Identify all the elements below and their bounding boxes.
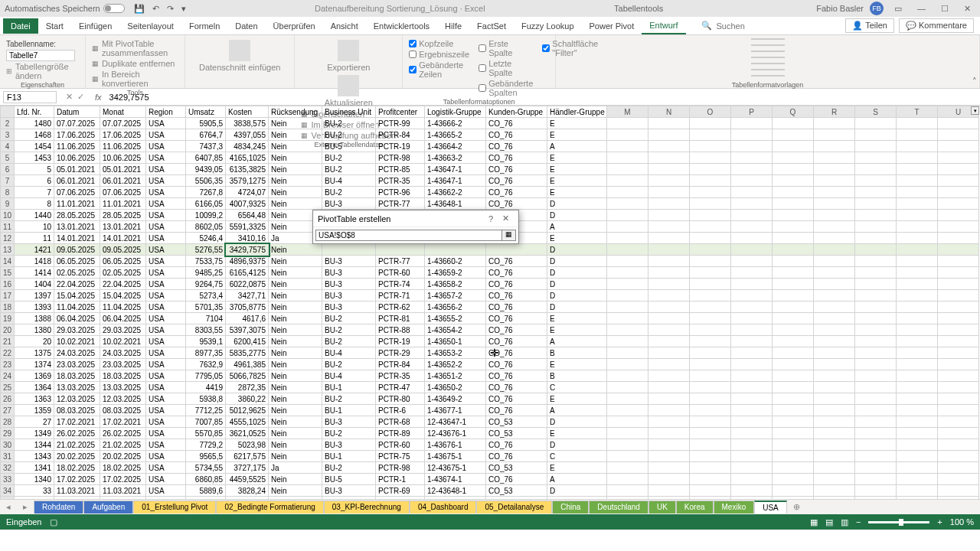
- cell[interactable]: PCTR-84: [376, 129, 425, 141]
- tab-help[interactable]: Hilfe: [437, 18, 469, 34]
- cell[interactable]: 3579,1275: [226, 175, 269, 187]
- cell[interactable]: [938, 221, 979, 233]
- cell[interactable]: 09.05.2025: [100, 244, 146, 256]
- cell[interactable]: 7104: [186, 313, 226, 324]
- col-letter[interactable]: M: [607, 106, 648, 118]
- cell[interactable]: USA: [146, 336, 186, 347]
- cell[interactable]: [938, 485, 979, 497]
- dialog-range-input[interactable]: [315, 230, 502, 241]
- refresh-button[interactable]: Aktualisieren: [301, 73, 396, 109]
- cell[interactable]: BU-2: [322, 497, 376, 500]
- cell[interactable]: 13.03.2025: [54, 382, 100, 393]
- cell[interactable]: [690, 175, 731, 187]
- cell[interactable]: [897, 279, 938, 290]
- cell[interactable]: 12-43674-1: [425, 497, 486, 500]
- cell[interactable]: [648, 405, 690, 416]
- cell[interactable]: 28.05.2025: [54, 210, 100, 221]
- cell[interactable]: 12.03.2025: [54, 393, 100, 405]
- cell[interactable]: CO_76: [486, 405, 547, 416]
- cell[interactable]: [607, 198, 648, 210]
- cell[interactable]: [814, 382, 855, 393]
- cell[interactable]: 17.02.2025: [100, 474, 146, 485]
- cell[interactable]: CO_76: [486, 256, 547, 267]
- cell[interactable]: [938, 370, 979, 382]
- row-header[interactable]: 18: [1, 302, 15, 313]
- cell[interactable]: PCTR-85: [376, 164, 425, 175]
- cell[interactable]: D: [547, 210, 607, 221]
- cell[interactable]: [897, 302, 938, 313]
- row-header[interactable]: 8: [1, 187, 15, 198]
- cell[interactable]: [938, 175, 979, 187]
- view-layout-icon[interactable]: ▤: [825, 517, 833, 527]
- cell[interactable]: 4617,6: [226, 313, 269, 324]
- cell[interactable]: 18.03.2025: [54, 370, 100, 382]
- chk-banded-cols[interactable]: Gebänderte Spalten: [479, 78, 533, 98]
- cell[interactable]: [814, 428, 855, 439]
- cell[interactable]: [773, 313, 814, 324]
- cell[interactable]: BU-2: [322, 324, 376, 336]
- chk-last-col[interactable]: Letzte Spalte: [479, 58, 533, 78]
- cell[interactable]: CO_76: [486, 152, 547, 164]
- cell[interactable]: 24.03.2025: [100, 347, 146, 359]
- cell[interactable]: [897, 210, 938, 221]
- cell[interactable]: CO_53: [486, 497, 547, 500]
- cell[interactable]: 1-43662-2: [425, 187, 486, 198]
- cell[interactable]: 1349: [15, 428, 54, 439]
- cell[interactable]: [938, 313, 979, 324]
- cell[interactable]: CO_76: [486, 382, 547, 393]
- cell[interactable]: BU-2: [322, 313, 376, 324]
- cell[interactable]: BU-2: [322, 187, 376, 198]
- cell[interactable]: [938, 256, 979, 267]
- cell[interactable]: [773, 279, 814, 290]
- cell[interactable]: [425, 244, 486, 256]
- cell[interactable]: 1-43666-2: [425, 118, 486, 129]
- cell[interactable]: Nein: [269, 267, 322, 279]
- cell[interactable]: [814, 267, 855, 279]
- cell[interactable]: [607, 152, 648, 164]
- cell[interactable]: [938, 267, 979, 279]
- cell[interactable]: [731, 359, 773, 370]
- cell[interactable]: 1454: [15, 141, 54, 152]
- cell[interactable]: 4834,245: [226, 141, 269, 152]
- cell[interactable]: 5701,35: [186, 302, 226, 313]
- cell[interactable]: E: [547, 233, 607, 244]
- cell[interactable]: 18.02.2025: [54, 462, 100, 474]
- cell[interactable]: [607, 210, 648, 221]
- cell[interactable]: 15.04.2025: [54, 290, 100, 302]
- cell[interactable]: USA: [146, 428, 186, 439]
- cell[interactable]: [731, 462, 773, 474]
- cell[interactable]: CO_76: [486, 324, 547, 336]
- cell[interactable]: [897, 152, 938, 164]
- cell[interactable]: 10.06.2025: [100, 152, 146, 164]
- cell[interactable]: [938, 129, 979, 141]
- cell[interactable]: [897, 451, 938, 462]
- select-all[interactable]: [1, 106, 15, 118]
- cell[interactable]: CO_76: [486, 279, 547, 290]
- cell[interactable]: Nein: [269, 187, 322, 198]
- cell[interactable]: CO_76: [486, 393, 547, 405]
- spreadsheet-grid[interactable]: Lfd. Nr.▾Datum▾Monat▾Region▾Umsatz▾Koste…: [0, 106, 980, 499]
- table-style-7[interactable]: [751, 75, 785, 77]
- cell[interactable]: 05.01.2021: [54, 164, 100, 175]
- cell[interactable]: Nein: [269, 256, 322, 267]
- cell[interactable]: PCTR-88: [376, 324, 425, 336]
- cell[interactable]: PCTR-96: [376, 497, 425, 500]
- cell[interactable]: [938, 462, 979, 474]
- cell[interactable]: [814, 474, 855, 485]
- row-header[interactable]: 28: [1, 416, 15, 428]
- cell[interactable]: CO_76: [486, 474, 547, 485]
- cell[interactable]: [690, 221, 731, 233]
- cell[interactable]: [648, 198, 690, 210]
- cell[interactable]: [773, 370, 814, 382]
- cell[interactable]: USA: [146, 233, 186, 244]
- cell[interactable]: CO_76: [486, 359, 547, 370]
- cell[interactable]: BU-3: [322, 256, 376, 267]
- cell[interactable]: C: [547, 451, 607, 462]
- cell[interactable]: PCTR-74: [376, 279, 425, 290]
- cell[interactable]: [648, 485, 690, 497]
- row-header[interactable]: 13: [1, 244, 15, 256]
- cell[interactable]: 20.02.2025: [100, 451, 146, 462]
- col-letter[interactable]: S: [855, 106, 897, 118]
- cell[interactable]: 17.06.2025: [54, 129, 100, 141]
- cell[interactable]: Nein: [269, 129, 322, 141]
